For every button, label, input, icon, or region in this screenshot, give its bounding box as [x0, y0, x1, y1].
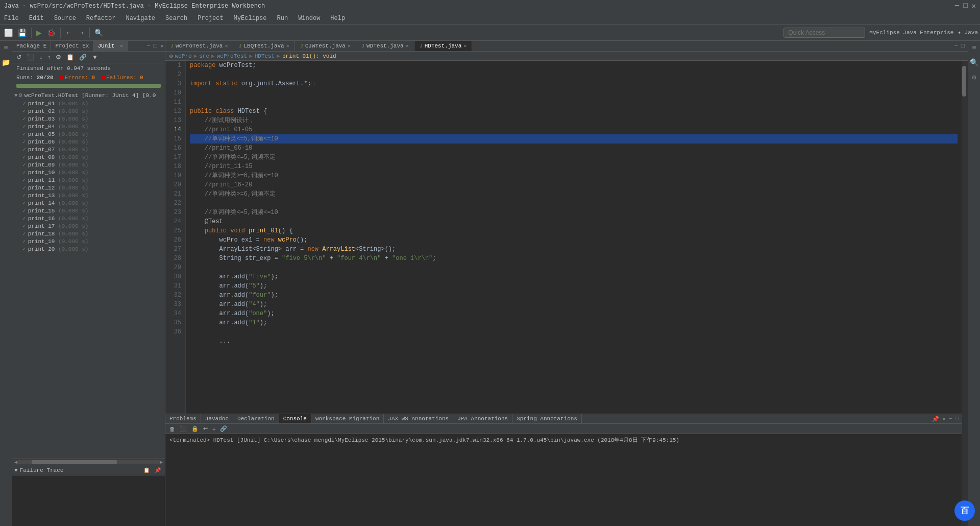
menu-project[interactable]: Project: [195, 14, 225, 23]
junit-prev-fail-btn[interactable]: ↑: [45, 53, 53, 62]
forward-button[interactable]: →: [76, 28, 87, 38]
tab-junit-close[interactable]: ✕: [120, 43, 123, 49]
tab-junit[interactable]: JUnit ✕: [93, 41, 128, 51]
menu-edit[interactable]: Edit: [27, 14, 46, 23]
junit-item-print05[interactable]: ✓ print_05 (0.000 s): [12, 130, 165, 138]
breadcrumb-method[interactable]: print_01(): void: [282, 53, 336, 59]
junit-item-print20[interactable]: ✓ print_20 (0.000 s): [12, 245, 165, 253]
panel-maximize-btn[interactable]: □: [153, 42, 158, 50]
console-close-btn[interactable]: ✕: [941, 415, 947, 423]
menu-source[interactable]: Source: [52, 14, 78, 23]
menu-run[interactable]: Run: [275, 14, 290, 23]
console-link-btn[interactable]: 🔗: [218, 424, 229, 433]
tab-wdtest-close[interactable]: ✕: [406, 43, 409, 49]
junit-item-print17[interactable]: ✓ print_17 (0.000 s): [12, 222, 165, 230]
tab-hdtest-java[interactable]: J HDTest.java ✕: [414, 41, 473, 51]
junit-item-print15[interactable]: ✓ print_15 (0.000 s): [12, 207, 165, 214]
console-word-wrap-btn[interactable]: ↩: [201, 424, 210, 433]
junit-stop-btn[interactable]: ⬛: [24, 53, 36, 62]
console-new-console-btn[interactable]: +: [210, 425, 217, 433]
junit-suite-hdtest[interactable]: ▼ ⚙ wcProTest.HDTest [Runner: JUnit 4] […: [12, 91, 165, 100]
left-sidebar-icon-2[interactable]: 📁: [1, 57, 11, 68]
breadcrumb-hdtest[interactable]: HDTest: [255, 53, 275, 59]
menu-navigate[interactable]: Navigate: [124, 14, 157, 23]
console-scroll-lock-btn[interactable]: 🔒: [189, 424, 201, 433]
menu-file[interactable]: File: [2, 14, 21, 23]
breadcrumb-wcpro[interactable]: wcPro: [175, 53, 192, 59]
junit-item-print10[interactable]: ✓ print_10 (0.000 s): [12, 169, 165, 176]
new-button[interactable]: ⬜: [2, 28, 15, 38]
tab-declaration[interactable]: Declaration: [233, 414, 279, 423]
editor-tabs-minimize[interactable]: −: [953, 42, 959, 50]
junit-item-print12[interactable]: ✓ print_12 (0.000 s): [12, 184, 165, 192]
junit-item-print06[interactable]: ✓ print_06 (0.000 s): [12, 138, 165, 146]
panel-close-btn[interactable]: ✕: [159, 42, 165, 50]
search-button[interactable]: 🔍: [92, 28, 105, 38]
editor-tabs-maximize[interactable]: □: [960, 42, 966, 50]
junit-rerun-btn[interactable]: ↺: [14, 53, 23, 62]
right-sidebar-icon-1[interactable]: ≡: [971, 43, 977, 53]
code-editor[interactable]: 1 2 3 10 11 12 13 14 15 16 17 1: [165, 61, 962, 414]
left-sidebar-icon-1[interactable]: ≡: [3, 43, 9, 53]
back-button[interactable]: ←: [63, 28, 75, 38]
window-controls[interactable]: ─ □ ✕: [955, 2, 976, 10]
failure-trace-copy-btn[interactable]: 📋: [141, 466, 152, 474]
tab-cjwtest-java[interactable]: J CJWTest.java ✕: [295, 41, 356, 51]
junit-item-print07[interactable]: ✓ print_07 (0.000 s): [12, 146, 165, 153]
tab-wcprotest-close[interactable]: ✕: [225, 43, 228, 49]
right-sidebar-icon-2[interactable]: 🔍: [969, 57, 979, 68]
breadcrumb-wcprotest[interactable]: wcProTest: [217, 53, 247, 59]
junit-item-print08[interactable]: ✓ print_08 (0.000 s): [12, 153, 165, 161]
right-sidebar-icon-3[interactable]: ⚙: [971, 72, 977, 83]
junit-next-fail-btn[interactable]: ↓: [37, 53, 44, 62]
tab-jpa[interactable]: JPA Annotations: [453, 414, 512, 423]
junit-item-print18[interactable]: ✓ print_18 (0.000 s): [12, 230, 165, 237]
tab-spring[interactable]: Spring Annotations: [512, 414, 582, 423]
tab-cjwtest-close[interactable]: ✕: [348, 43, 351, 49]
junit-item-print03[interactable]: ✓ print_03 (0.000 s): [12, 115, 165, 123]
tab-package-explorer[interactable]: Package E: [12, 41, 51, 51]
console-minimize-btn[interactable]: −: [948, 415, 953, 423]
tab-jax-ws[interactable]: JAX-WS Annotations: [384, 414, 453, 423]
maximize-button[interactable]: □: [963, 2, 967, 10]
editor-vscroll-thumb[interactable]: [962, 66, 966, 97]
save-button[interactable]: 💾: [16, 28, 29, 38]
minimize-button[interactable]: ─: [955, 2, 959, 10]
tab-hdtest-close[interactable]: ✕: [463, 43, 467, 49]
menu-search[interactable]: Search: [163, 14, 189, 23]
code-lines[interactable]: package wcProTest; import static org.jun…: [186, 61, 962, 414]
hscroll-thumb[interactable]: [32, 460, 117, 464]
tab-project-explorer[interactable]: Project Ex: [51, 41, 93, 51]
junit-history-btn[interactable]: 📋: [64, 53, 76, 62]
junit-item-print02[interactable]: ✓ print_02 (0.000 s): [12, 107, 165, 115]
hscroll-right-arrow[interactable]: ▶: [160, 459, 163, 465]
tab-console[interactable]: Console: [279, 414, 311, 423]
menu-help[interactable]: Help: [328, 14, 347, 23]
tab-wdtest-java[interactable]: J WDTest.java ✕: [356, 41, 414, 51]
failure-trace-pin-btn[interactable]: 📌: [153, 466, 163, 474]
menu-myeclipse[interactable]: MyEclipse: [232, 14, 269, 23]
junit-link-btn[interactable]: 🔗: [77, 53, 89, 62]
junit-item-print09[interactable]: ✓ print_09 (0.000 s): [12, 161, 165, 169]
junit-item-print16[interactable]: ✓ print_16 (0.000 s): [12, 214, 165, 222]
tab-javadoc[interactable]: Javadoc: [201, 414, 233, 423]
console-stop-btn[interactable]: ⬛: [178, 424, 189, 433]
close-button[interactable]: ✕: [972, 2, 976, 10]
tab-lbqtest-java[interactable]: J LBQTest.java ✕: [233, 41, 295, 51]
quick-access-input[interactable]: [783, 28, 865, 38]
junit-item-print14[interactable]: ✓ print_14 (0.000 s): [12, 199, 165, 207]
junit-menu-btn[interactable]: ▼: [90, 53, 100, 62]
console-pin-btn[interactable]: 📌: [931, 415, 940, 423]
tab-problems[interactable]: Problems: [165, 414, 201, 423]
junit-item-print04[interactable]: ✓ print_04 (0.000 s): [12, 123, 165, 130]
junit-item-print13[interactable]: ✓ print_13 (0.000 s): [12, 192, 165, 199]
menu-window[interactable]: Window: [296, 14, 322, 23]
run-button[interactable]: ▶: [34, 28, 44, 38]
console-maximize-btn[interactable]: □: [954, 415, 960, 423]
debug-button[interactable]: 🐞: [45, 28, 58, 38]
menu-refactor[interactable]: Refactor: [84, 14, 118, 23]
tab-wcprotest-java[interactable]: J wcProTest.java ✕: [165, 41, 233, 51]
tab-workspace-migration[interactable]: Workspace Migration: [311, 414, 384, 423]
junit-item-print01[interactable]: ✓ print_01 (0.001 s): [12, 100, 165, 107]
junit-item-print11[interactable]: ✓ print_11 (0.000 s): [12, 176, 165, 184]
